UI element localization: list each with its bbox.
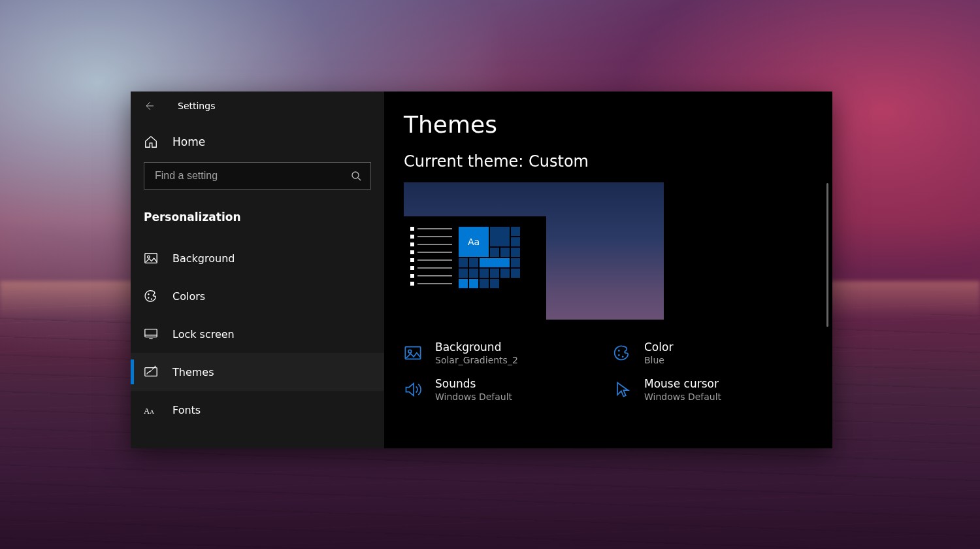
home-label: Home — [172, 135, 205, 148]
preview-tiles: Aa — [459, 223, 546, 320]
svg-rect-12 — [145, 329, 157, 337]
theme-preview[interactable]: Aa — [404, 182, 664, 320]
theme-color-link[interactable]: Color Blue — [613, 338, 809, 368]
detail-value: Windows Default — [644, 391, 721, 402]
current-theme-label: Current theme: Custom — [404, 152, 832, 171]
detail-title: Background — [435, 341, 518, 354]
sidebar-item-label: Background — [172, 252, 235, 265]
window-title: Settings — [178, 101, 215, 111]
sidebar-item-themes[interactable]: Themes — [131, 353, 384, 391]
settings-window: Settings Home Personalization Background — [131, 92, 832, 448]
svg-point-19 — [408, 350, 412, 353]
category-heading: Personalization — [131, 196, 384, 233]
svg-point-8 — [148, 256, 150, 258]
detail-value: Blue — [644, 355, 673, 365]
svg-line-6 — [358, 178, 361, 180]
sidebar-item-fonts[interactable]: AA Fonts — [131, 391, 384, 429]
sidebar: Settings Home Personalization Background — [131, 92, 384, 448]
picture-icon — [404, 344, 422, 362]
sidebar-item-lock-screen[interactable]: Lock screen — [131, 315, 384, 353]
svg-point-5 — [352, 172, 359, 178]
detail-value: Solar_Gradients_2 — [435, 355, 518, 365]
detail-title: Mouse cursor — [644, 377, 721, 390]
sidebar-item-label: Themes — [172, 366, 214, 378]
theme-details: Background Solar_Gradients_2 Color Blue — [404, 338, 832, 405]
theme-preview-start-menu: Aa — [404, 216, 546, 320]
theme-background-link[interactable]: Background Solar_Gradients_2 — [404, 338, 613, 368]
scrollbar[interactable] — [826, 183, 828, 327]
cursor-icon — [613, 380, 631, 399]
content-pane: Themes Current theme: Custom Aa — [384, 92, 832, 448]
svg-point-9 — [148, 293, 149, 295]
theme-cursor-link[interactable]: Mouse cursor Windows Default — [613, 374, 809, 405]
home-link[interactable]: Home — [131, 120, 384, 158]
preview-tile-large: Aa — [459, 227, 489, 257]
page-title: Themes — [404, 111, 832, 138]
svg-rect-15 — [145, 368, 157, 376]
svg-text:A: A — [150, 408, 154, 415]
search-icon — [351, 171, 361, 181]
home-icon — [144, 135, 158, 149]
search-input-container[interactable] — [144, 162, 371, 190]
picture-icon — [144, 251, 158, 265]
back-button[interactable] — [142, 99, 155, 112]
sidebar-item-label: Lock screen — [172, 328, 235, 341]
palette-icon — [144, 289, 158, 303]
detail-title: Sounds — [435, 377, 512, 390]
detail-title: Color — [644, 341, 673, 354]
preview-app-list — [404, 223, 452, 320]
font-icon: AA — [144, 403, 158, 417]
svg-point-21 — [618, 354, 620, 356]
svg-point-20 — [618, 350, 620, 352]
detail-value: Windows Default — [435, 391, 512, 402]
monitor-icon — [144, 327, 158, 341]
paint-icon — [144, 365, 158, 379]
theme-sounds-link[interactable]: Sounds Windows Default — [404, 374, 613, 405]
sidebar-item-label: Colors — [172, 290, 205, 303]
search-input[interactable] — [154, 169, 351, 182]
sidebar-item-background[interactable]: Background — [131, 239, 384, 277]
arrow-left-icon — [143, 100, 155, 112]
svg-point-11 — [151, 298, 152, 299]
svg-point-10 — [148, 297, 149, 299]
sound-icon — [404, 380, 422, 399]
svg-point-22 — [622, 356, 624, 358]
sidebar-item-colors[interactable]: Colors — [131, 277, 384, 315]
titlebar: Settings — [131, 92, 384, 120]
nav-list: Background Colors Lock screen Themes — [131, 233, 384, 429]
sidebar-item-label: Fonts — [172, 404, 201, 416]
palette-icon — [613, 344, 631, 362]
